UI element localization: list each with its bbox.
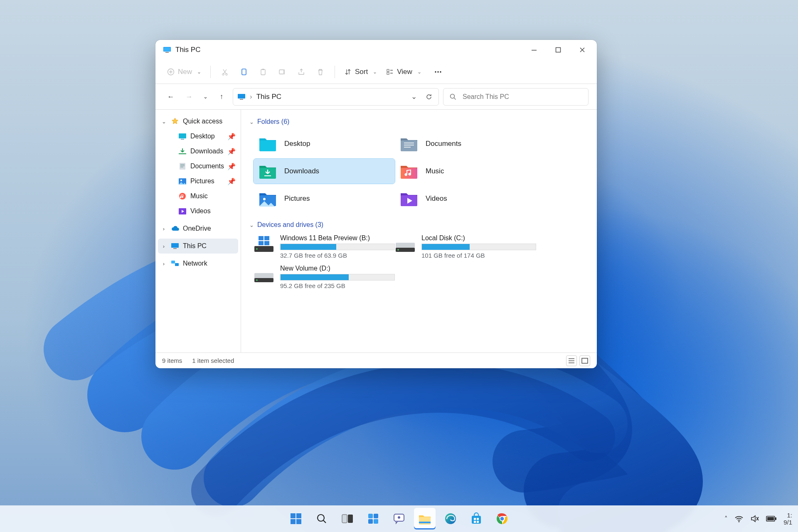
recent-menu[interactable]: ⌄: [200, 89, 210, 105]
new-menu[interactable]: New ⌄: [164, 64, 204, 80]
sidebar-item-pictures[interactable]: Pictures📌: [165, 174, 238, 189]
sidebar-item-music[interactable]: Music: [165, 189, 238, 204]
navigation-bar: ← → ⌄ ↑ › This PC ⌄: [155, 84, 597, 110]
folder-documents[interactable]: Documents: [395, 131, 536, 156]
folder-pictures[interactable]: Pictures: [254, 186, 395, 211]
address-bar[interactable]: › This PC ⌄: [233, 88, 439, 106]
folders-section-header[interactable]: ⌄Folders (6): [249, 116, 589, 128]
svg-rect-80: [477, 521, 479, 523]
svg-rect-65: [342, 515, 347, 523]
store-button[interactable]: [466, 508, 487, 530]
svg-rect-68: [374, 514, 378, 518]
svg-rect-39: [404, 145, 414, 145]
chrome-button[interactable]: [491, 508, 513, 530]
sidebar-item-desktop[interactable]: Desktop📌: [165, 129, 238, 144]
pc-icon: [237, 94, 246, 100]
back-button[interactable]: ←: [164, 89, 178, 105]
breadcrumb-root[interactable]: This PC: [256, 93, 281, 101]
folder-label: Music: [426, 167, 444, 175]
chat-button[interactable]: [388, 508, 410, 530]
search-box[interactable]: [443, 88, 589, 106]
downloads-icon: [178, 148, 187, 155]
svg-rect-86: [767, 517, 774, 520]
taskbar-clock[interactable]: 1:9/1: [783, 512, 792, 526]
search-input[interactable]: [462, 93, 582, 101]
sidebar-network[interactable]: ›Network: [158, 256, 238, 271]
statusbar: 9 items 1 item selected: [155, 352, 597, 368]
sidebar-item-downloads[interactable]: Downloads📌: [165, 144, 238, 159]
drive-d[interactable]: New Volume (D:)95.2 GB free of 235 GB: [254, 265, 395, 289]
task-view-button[interactable]: [337, 508, 358, 530]
svg-rect-12: [279, 70, 284, 74]
svg-rect-3: [165, 52, 169, 53]
svg-rect-27: [180, 167, 183, 167]
videos-folder-icon: [400, 190, 418, 207]
desktop-icon: [178, 133, 187, 140]
sidebar-item-documents[interactable]: Documents📌: [165, 159, 238, 174]
titlebar[interactable]: This PC: [155, 40, 597, 60]
folder-label: Documents: [426, 140, 461, 148]
search-icon: [449, 93, 457, 101]
sidebar-this-pc[interactable]: ›This PC: [158, 239, 238, 254]
forward-button[interactable]: →: [182, 89, 196, 105]
drive-c[interactable]: Local Disk (C:)101 GB free of 174 GB: [395, 234, 536, 259]
svg-rect-34: [171, 261, 175, 264]
minimize-button[interactable]: [522, 40, 546, 60]
folder-downloads[interactable]: Downloads: [254, 159, 395, 184]
tray-overflow-icon[interactable]: ˄: [724, 515, 728, 522]
sidebar-onedrive[interactable]: ›OneDrive: [158, 221, 238, 236]
battery-icon[interactable]: [766, 515, 777, 522]
sidebar-item-label: Downloads: [190, 148, 223, 155]
svg-rect-61: [296, 513, 301, 518]
drive-icon: [395, 234, 416, 253]
view-menu[interactable]: View ⌄: [383, 64, 425, 80]
svg-rect-25: [180, 164, 185, 165]
sort-menu[interactable]: Sort ⌄: [341, 64, 380, 80]
cut-button[interactable]: [217, 64, 233, 80]
drive-b[interactable]: Windows 11 Beta Preview (B:)32.7 GB free…: [254, 234, 395, 259]
widgets-button[interactable]: [362, 508, 384, 530]
copy-button[interactable]: [236, 64, 252, 80]
sidebar-item-label: OneDrive: [183, 225, 211, 232]
chevron-right-icon[interactable]: ›: [160, 243, 167, 249]
chevron-down-icon[interactable]: ⌄: [409, 92, 419, 101]
music-icon: [178, 192, 187, 200]
taskbar: ˄ 1:9/1: [0, 505, 798, 532]
svg-rect-19: [240, 99, 243, 100]
svg-rect-38: [404, 143, 414, 143]
volume-icon[interactable]: [750, 515, 759, 523]
svg-point-45: [263, 198, 266, 200]
folder-videos[interactable]: Videos: [395, 186, 536, 211]
share-button[interactable]: [293, 64, 310, 80]
more-button[interactable]: [430, 64, 446, 80]
system-tray[interactable]: ˄ 1:9/1: [724, 505, 792, 532]
chevron-down-icon: ⌄: [249, 119, 254, 125]
maximize-button[interactable]: [546, 40, 570, 60]
sidebar-quick-access[interactable]: ⌄ Quick access: [158, 114, 238, 129]
folder-music[interactable]: Music: [395, 159, 536, 184]
sidebar-item-videos[interactable]: Videos: [165, 204, 238, 219]
svg-rect-42: [264, 175, 271, 176]
close-button[interactable]: [570, 40, 594, 60]
folder-desktop[interactable]: Desktop: [254, 131, 395, 156]
refresh-button[interactable]: [424, 93, 434, 101]
file-explorer-taskbar[interactable]: [414, 508, 436, 530]
chevron-right-icon[interactable]: ›: [160, 261, 167, 267]
start-button[interactable]: [285, 508, 307, 530]
chevron-right-icon[interactable]: ›: [160, 226, 167, 232]
edge-button[interactable]: [440, 508, 461, 530]
up-button[interactable]: ↑: [214, 89, 229, 105]
chevron-down-icon: ⌄: [249, 222, 254, 228]
wifi-icon[interactable]: [734, 515, 744, 522]
drives-section-header[interactable]: ⌄Devices and drives (3): [249, 219, 589, 231]
svg-point-84: [739, 521, 740, 522]
delete-button[interactable]: [312, 64, 329, 80]
rename-button[interactable]: [274, 64, 291, 80]
tiles-view-button[interactable]: [579, 355, 590, 366]
drive-free-text: 101 GB free of 174 GB: [421, 252, 536, 259]
search-button[interactable]: [311, 508, 332, 530]
chevron-down-icon[interactable]: ⌄: [160, 118, 167, 125]
paste-button[interactable]: [255, 64, 271, 80]
svg-point-29: [180, 180, 182, 181]
details-view-button[interactable]: [566, 355, 577, 366]
